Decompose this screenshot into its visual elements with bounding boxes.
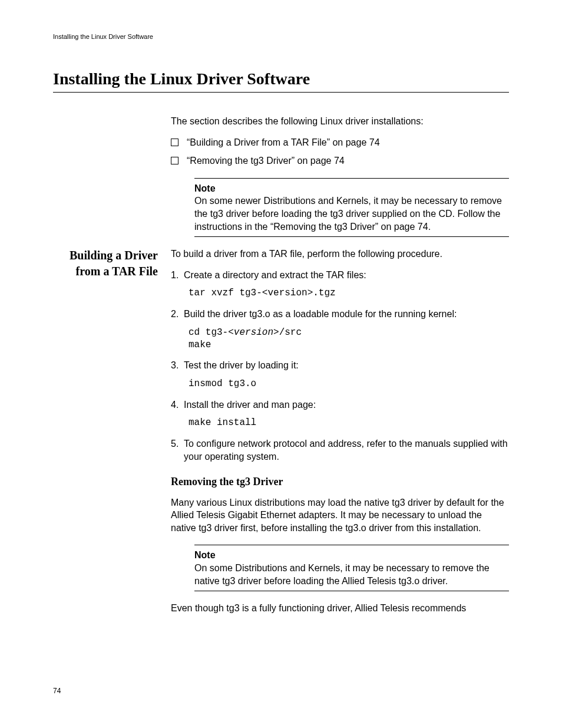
note-box: Note On some Distributions and Kernels, …	[194, 545, 509, 591]
step-text: Build the driver tg3.o as a loadable mod…	[184, 308, 509, 321]
trailing-paragraph: Even though tg3 is a fully functioning d…	[171, 602, 509, 615]
side-heading: Building a Driver from a TAR File	[53, 248, 158, 279]
bullet-item: “Removing the tg3 Driver” on page 74	[171, 154, 509, 167]
note-body: On some Distributions and Kernels, it ma…	[194, 562, 509, 587]
step-row: 4. Install the driver and man page:	[171, 398, 509, 411]
page-number: 74	[53, 687, 61, 695]
bullet-text: “Removing the tg3 Driver” on page 74	[187, 154, 345, 167]
note-body: On some newer Distributions and Kernels,…	[194, 195, 509, 233]
step-row: 3. Test the driver by loading it:	[171, 359, 509, 372]
note-box: Note On some newer Distributions and Ker…	[194, 178, 509, 237]
bullet-item: “Building a Driver from a TAR File” on p…	[171, 136, 509, 149]
bullet-text: “Building a Driver from a TAR File” on p…	[187, 136, 380, 149]
code-block: insmod tg3.o	[189, 378, 509, 390]
side-column: Building a Driver from a TAR File	[53, 248, 171, 279]
code-block: tar xvzf tg3-<version>.tgz	[189, 287, 509, 299]
page-title: Installing the Linux Driver Software	[53, 70, 509, 93]
note-label: Note	[194, 182, 509, 195]
running-header: Installing the Linux Driver Software	[53, 33, 509, 40]
section-lead: To build a driver from a TAR file, perfo…	[171, 248, 509, 261]
page: Installing the Linux Driver Software Ins…	[0, 0, 562, 728]
step-number: 3.	[171, 359, 184, 372]
step-text: Test the driver by loading it:	[184, 359, 509, 372]
code-block: cd tg3-<version>/src make	[189, 327, 509, 351]
checkbox-icon	[171, 157, 178, 164]
intro-block: The section describes the following Linu…	[171, 115, 509, 237]
step-number: 4.	[171, 398, 184, 411]
step-row: 2. Build the driver tg3.o as a loadable …	[171, 308, 509, 321]
step-row: 5. To configure network protocol and add…	[171, 437, 509, 463]
main-column: To build a driver from a TAR file, perfo…	[171, 248, 509, 623]
checkbox-icon	[171, 139, 178, 146]
step-text: Install the driver and man page:	[184, 398, 509, 411]
code-block: make install	[189, 417, 509, 429]
section-building-driver: Building a Driver from a TAR File To bui…	[53, 248, 509, 623]
step-text: Create a directory and extract the TAR f…	[184, 269, 509, 282]
intro-lead: The section describes the following Linu…	[171, 115, 509, 128]
step-number: 5.	[171, 437, 184, 450]
step-number: 2.	[171, 308, 184, 321]
step-number: 1.	[171, 269, 184, 282]
note-label: Note	[194, 549, 509, 562]
step-row: 1. Create a directory and extract the TA…	[171, 269, 509, 282]
step-text: To configure network protocol and addres…	[184, 437, 509, 463]
sub-paragraph: Many various Linux distributions may loa…	[171, 496, 509, 535]
sub-heading: Removing the tg3 Driver	[171, 475, 509, 489]
